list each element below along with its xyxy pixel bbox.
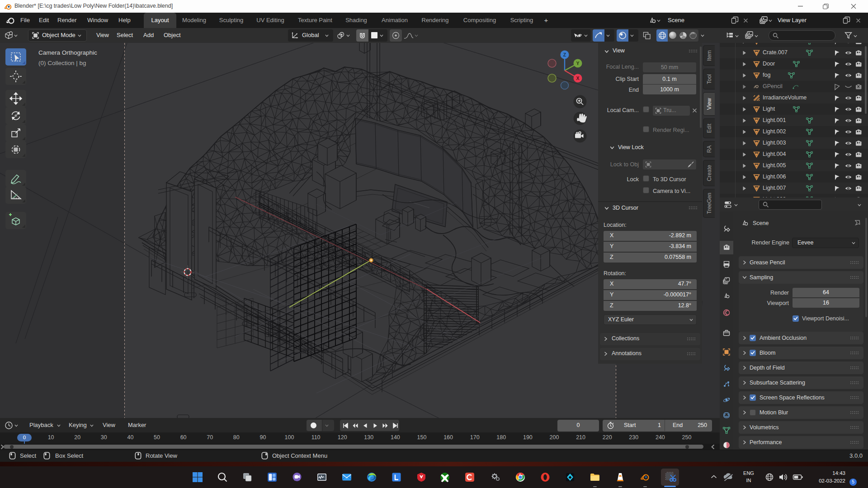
svg-text:Camera Orthographic: Camera Orthographic <box>38 49 97 56</box>
svg-text:Z: Z <box>563 52 566 57</box>
svg-text:(0) Collection | bg: (0) Collection | bg <box>38 60 86 66</box>
svg-text:X: X <box>576 75 579 81</box>
svg-text:Y: Y <box>576 61 579 66</box>
